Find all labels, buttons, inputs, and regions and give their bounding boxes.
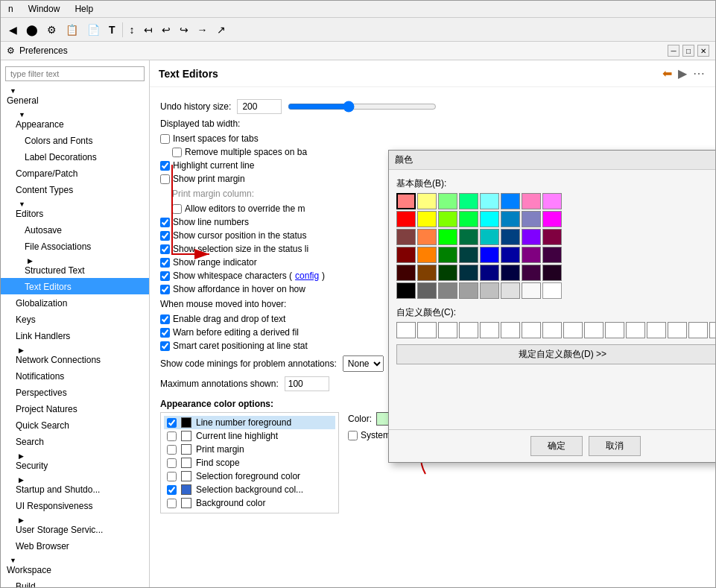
menu-help[interactable]: Help [70,2,98,16]
color-cell-3-5[interactable] [501,247,520,263]
color-cell-5-3[interactable] [459,282,478,299]
color-cell-0-0[interactable] [396,193,416,209]
sidebar-item-project-natures[interactable]: Project Natures [1,400,149,417]
sidebar-item-web-browser[interactable]: Web Browser [1,537,149,554]
show-whitespace-config-link[interactable]: config [295,271,319,281]
max-annotations-input[interactable] [285,376,329,391]
sidebar-item-compare-patch[interactable]: Compare/Patch [1,165,149,181]
custom-cell-2[interactable] [438,322,457,338]
color-cell-3-3[interactable] [459,247,478,263]
color-cell-1-3[interactable] [459,211,478,227]
sidebar-item-autosave[interactable]: Autosave [1,221,149,238]
sidebar-item-keys[interactable]: Keys [1,311,149,327]
color-list-item-2[interactable]: Print margin [164,443,335,456]
show-line-numbers-checkbox[interactable] [160,218,170,227]
sidebar-item-globalization[interactable]: Globalization [1,294,149,311]
undo-history-slider[interactable] [288,101,437,113]
sidebar-item-link-handlers[interactable]: Link Handlers [1,327,149,344]
sidebar-item-ui-responsiveness[interactable]: UI Responsiveness [1,497,149,513]
color-cell-3-2[interactable] [438,247,457,263]
toolbar-record[interactable]: ⬤ [22,22,42,38]
color-list-item-3[interactable]: Find scope [164,456,335,470]
color-cell-4-6[interactable] [522,265,541,281]
color-cell-0-3[interactable] [459,193,478,209]
undo-history-input[interactable] [237,99,282,114]
sidebar-item-build[interactable]: Build [1,578,149,587]
toolbar-settings[interactable]: ⚙ [43,22,60,38]
color-cell-3-6[interactable] [522,247,541,263]
custom-cell-11[interactable] [626,322,645,338]
color-cell-3-4[interactable] [480,247,499,263]
color-item-0-checkbox[interactable] [167,418,177,428]
custom-cell-8[interactable] [563,322,583,338]
color-cell-4-4[interactable] [480,265,499,281]
remove-multiple-checkbox[interactable] [172,148,182,157]
highlight-current-checkbox[interactable] [160,161,170,171]
color-cell-1-4[interactable] [480,211,499,227]
color-cell-0-2[interactable] [438,193,457,209]
smart-caret-checkbox[interactable] [160,341,170,351]
color-item-6-checkbox[interactable] [167,499,177,508]
color-cell-3-1[interactable] [417,247,437,263]
color-cell-4-0[interactable] [396,265,416,281]
toolbar-undo[interactable]: ↩ [158,22,174,38]
custom-cell-0[interactable] [396,322,416,338]
nav-back-button[interactable]: ⬅ [661,65,674,82]
sidebar-item-file-associations[interactable]: File Associations [1,238,149,254]
color-cell-0-1[interactable] [417,193,437,209]
custom-cell-14[interactable] [688,322,708,338]
menu-window[interactable]: Window [24,2,65,16]
close-button[interactable]: ✕ [697,45,709,57]
color-cell-2-7[interactable] [542,229,562,245]
color-cell-2-2[interactable] [438,229,457,245]
color-cell-2-4[interactable] [480,229,499,245]
color-cell-3-7[interactable] [542,247,562,263]
color-cell-4-1[interactable] [417,265,437,281]
sidebar-item-network-connections[interactable]: ▶ Network Connections [1,344,149,367]
sidebar-item-colors-fonts[interactable]: Colors and Fonts [1,132,149,148]
color-cell-1-5[interactable] [501,211,520,227]
toolbar-text[interactable]: T [105,22,119,38]
color-item-2-checkbox[interactable] [167,445,177,455]
custom-cell-7[interactable] [542,322,562,338]
color-list-item-6[interactable]: Background color [164,496,335,510]
show-cursor-pos-checkbox[interactable] [160,231,170,241]
color-cell-2-6[interactable] [522,229,541,245]
toolbar-move-up[interactable]: ↕ [126,22,139,38]
custom-cell-10[interactable] [605,322,624,338]
color-cell-1-7[interactable] [542,211,562,227]
toolbar-export[interactable]: ↗ [213,22,229,38]
insert-spaces-checkbox[interactable] [160,134,170,144]
show-whitespace-checkbox[interactable] [160,271,170,281]
sidebar-item-security[interactable]: ▶ Security [1,449,149,473]
custom-cell-4[interactable] [480,322,499,338]
sidebar-item-perspectives[interactable]: Perspectives [1,384,149,400]
sidebar-item-general[interactable]: ▼ General [1,84,149,108]
toolbar-back[interactable]: ◀ [5,22,21,38]
color-cell-0-5[interactable] [501,193,520,209]
sidebar-item-workspace[interactable]: ▼ Workspace [1,554,149,578]
custom-cell-13[interactable] [668,322,687,338]
color-cell-2-5[interactable] [501,229,520,245]
system-default-checkbox[interactable] [348,431,358,440]
sidebar-item-content-types[interactable]: Content Types [1,181,149,197]
color-cell-2-3[interactable] [459,229,478,245]
sidebar-search-input[interactable] [5,66,145,81]
show-affordance-checkbox[interactable] [160,285,170,294]
color-cell-1-6[interactable] [522,211,541,227]
color-cell-5-6[interactable] [522,282,541,299]
menu-n[interactable]: n [4,2,18,16]
color-cell-2-0[interactable] [396,229,416,245]
color-cell-4-2[interactable] [438,265,457,281]
color-list-item-0[interactable]: Line number foreground [164,416,335,429]
sidebar-item-search[interactable]: Search [1,433,149,449]
toolbar-redo[interactable]: ↪ [176,22,192,38]
color-item-5-checkbox[interactable] [167,485,177,495]
color-cell-1-2[interactable] [438,211,457,227]
color-cell-5-5[interactable] [501,282,520,299]
custom-cell-1[interactable] [417,322,437,338]
custom-cell-3[interactable] [459,322,478,338]
sidebar-item-structured-text[interactable]: ▶ Structured Text [1,254,149,278]
color-cell-4-5[interactable] [501,265,520,281]
nav-menu-button[interactable]: ⋯ [691,65,706,82]
